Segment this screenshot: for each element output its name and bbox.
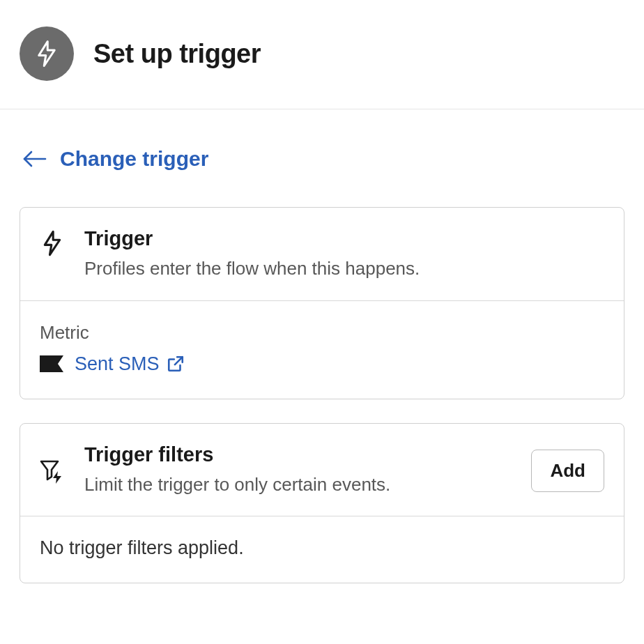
trigger-card-subtitle: Profiles enter the flow when this happen… xyxy=(84,256,604,282)
metric-value-row: Sent SMS xyxy=(40,353,604,375)
svg-marker-0 xyxy=(39,42,55,66)
filters-card-body: No trigger filters applied. xyxy=(20,516,624,583)
trigger-card-body: Metric Sent SMS xyxy=(20,301,624,399)
svg-marker-2 xyxy=(45,231,59,254)
external-link-icon xyxy=(167,355,185,373)
add-filter-button[interactable]: Add xyxy=(531,450,604,492)
arrow-left-icon xyxy=(22,148,47,170)
trigger-card-header: Trigger Profiles enter the flow when thi… xyxy=(20,208,624,301)
lightning-icon xyxy=(35,40,59,68)
filters-card-subtitle: Limit the trigger to only certain events… xyxy=(84,472,512,498)
lightning-icon xyxy=(42,230,63,256)
page-title: Set up trigger xyxy=(93,39,261,69)
trigger-card: Trigger Profiles enter the flow when thi… xyxy=(20,207,624,399)
trigger-card-title: Trigger xyxy=(84,227,604,250)
page-header: Set up trigger xyxy=(0,0,644,109)
metric-label: Metric xyxy=(40,322,604,344)
trigger-icon-wrap xyxy=(40,230,65,256)
filters-empty-text: No trigger filters applied. xyxy=(40,537,604,559)
change-trigger-label: Change trigger xyxy=(60,147,208,171)
flag-icon xyxy=(40,355,63,372)
filter-lightning-icon xyxy=(40,459,65,485)
svg-line-4 xyxy=(174,357,182,365)
lightning-icon-circle xyxy=(20,26,74,81)
metric-link[interactable]: Sent SMS xyxy=(75,353,185,375)
filters-card-header-text: Trigger filters Limit the trigger to onl… xyxy=(84,443,512,498)
svg-marker-3 xyxy=(40,355,63,372)
filters-card-title: Trigger filters xyxy=(84,443,512,466)
filters-card: Trigger filters Limit the trigger to onl… xyxy=(20,423,624,584)
filter-icon-wrap xyxy=(40,459,65,485)
filters-card-header: Trigger filters Limit the trigger to onl… xyxy=(20,424,624,517)
svg-marker-6 xyxy=(53,471,61,484)
trigger-card-header-text: Trigger Profiles enter the flow when thi… xyxy=(84,227,604,282)
metric-name: Sent SMS xyxy=(75,353,160,375)
change-trigger-link[interactable]: Change trigger xyxy=(22,147,208,171)
content-area: Change trigger Trigger Profiles enter th… xyxy=(0,109,644,583)
